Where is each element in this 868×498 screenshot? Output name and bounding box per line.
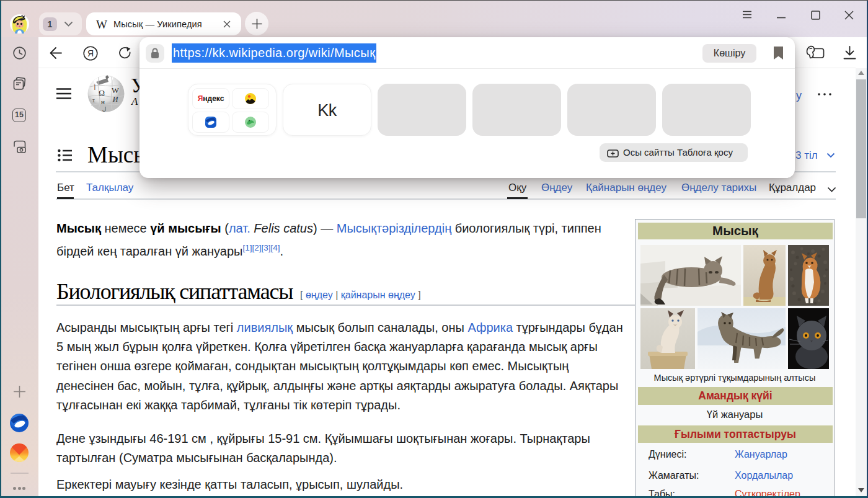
svg-text:Ω: Ω bbox=[99, 88, 105, 97]
svg-text:τ: τ bbox=[92, 97, 95, 104]
svg-text:أ: أ bbox=[94, 84, 96, 91]
svg-text:W: W bbox=[112, 86, 119, 95]
svg-text:Я: Я bbox=[87, 48, 94, 58]
svg-text:И: И bbox=[112, 95, 119, 104]
svg-text:ل: ل bbox=[102, 106, 107, 112]
svg-text:н: н bbox=[101, 98, 105, 105]
